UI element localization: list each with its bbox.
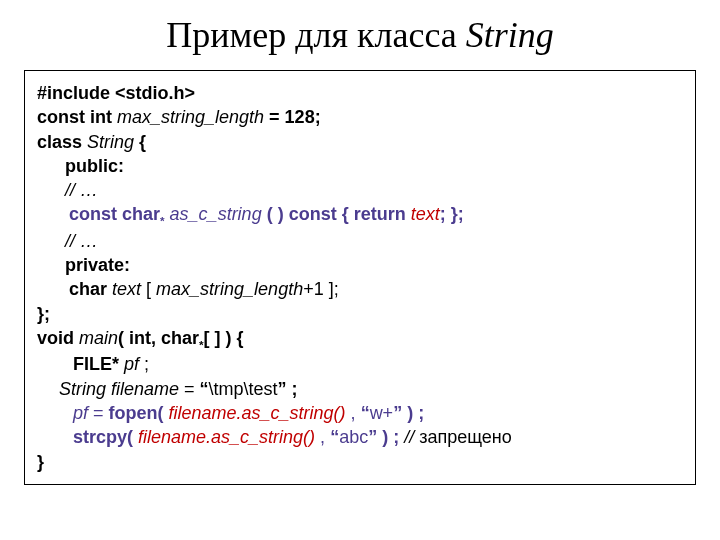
pf-tail: ;	[139, 354, 149, 374]
fopen-mode: w+	[370, 403, 394, 423]
fopen-q1: “	[361, 403, 370, 423]
code-line-7: // …	[37, 229, 687, 253]
code-line-9: char text [ max_string_length+1 ];	[37, 277, 687, 301]
file-type: FILE*	[73, 354, 124, 374]
as-c-string-mid: ( ) const { return	[262, 204, 411, 224]
include-keyword: #include	[37, 83, 115, 103]
strcpy-q1: “	[330, 427, 339, 447]
strcpy-call: strcpy(	[73, 427, 138, 447]
filename-decl: String filename	[59, 379, 179, 399]
code-line-16: }	[37, 450, 687, 474]
const-int: const int	[37, 107, 117, 127]
fopen-call: fopen(	[109, 403, 169, 423]
code-line-10: };	[37, 302, 687, 326]
public-keyword: public:	[65, 156, 124, 176]
pf-eq: =	[88, 403, 109, 423]
slide-title: Пример для класса String	[24, 14, 696, 56]
q-open: “	[200, 379, 209, 399]
as-c-string-tail: ; };	[440, 204, 464, 224]
code-box: #include <stdio.h> const int max_string_…	[24, 70, 696, 485]
max-string-length-name: max_string_length	[117, 107, 264, 127]
main-paren: ( int, char	[118, 328, 199, 348]
fopen-arg: filename.as_c_string()	[169, 403, 346, 423]
const-char: const char	[69, 204, 160, 224]
code-line-15: strcpy( filename.as_c_string() , “abc” )…	[37, 425, 687, 449]
code-line-2: const int max_string_length = 128;	[37, 105, 687, 129]
pf-assign: pf	[73, 403, 88, 423]
code-line-4: public:	[37, 154, 687, 178]
void-keyword: void	[37, 328, 79, 348]
strcpy-abc: abc	[339, 427, 368, 447]
comment-slash: //	[399, 427, 419, 447]
slide: Пример для класса String #include <stdio…	[0, 0, 720, 540]
code-line-8: private:	[37, 253, 687, 277]
class-name: String	[87, 132, 134, 152]
strcpy-arg: filename.as_c_string()	[138, 427, 315, 447]
pf-var: pf	[124, 354, 139, 374]
comment-text: запрещено	[419, 427, 512, 447]
q-close: ” ;	[278, 379, 298, 399]
class-keyword: class	[37, 132, 87, 152]
code-line-14: pf = fopen( filename.as_c_string() , “w+…	[37, 401, 687, 425]
include-header: <stdio.h>	[115, 83, 195, 103]
max-name-ref: max_string_length	[156, 279, 303, 299]
fopen-comma: ,	[346, 403, 361, 423]
strcpy-comma: ,	[315, 427, 330, 447]
title-prefix: Пример для класса	[166, 15, 466, 55]
strcpy-q2: ” ) ;	[368, 427, 399, 447]
class-brace: {	[134, 132, 146, 152]
filename-eq: =	[179, 379, 200, 399]
const-tail: = 128;	[264, 107, 321, 127]
return-text: text	[411, 204, 440, 224]
private-keyword: private:	[65, 255, 130, 275]
filename-path: \tmp\test	[209, 379, 278, 399]
char-keyword: char	[69, 279, 112, 299]
title-class-name: String	[466, 15, 554, 55]
code-line-6: const char* as_c_string ( ) const { retu…	[37, 202, 687, 228]
main-tail: [ ] ) {	[204, 328, 244, 348]
main-name: main	[79, 328, 118, 348]
code-line-5: // …	[37, 178, 687, 202]
as-c-string-fn: as_c_string	[165, 204, 262, 224]
code-line-12: FILE* pf ;	[37, 352, 687, 376]
code-line-11: void main( int, char*[ ] ) {	[37, 326, 687, 352]
bracket-open: [	[141, 279, 156, 299]
bracket-tail: +1 ];	[303, 279, 339, 299]
text-member: text	[112, 279, 141, 299]
fopen-q2: ” ) ;	[393, 403, 424, 423]
code-line-1: #include <stdio.h>	[37, 81, 687, 105]
code-line-3: class String {	[37, 130, 687, 154]
code-line-13: String filename = “\tmp\test” ;	[37, 377, 687, 401]
